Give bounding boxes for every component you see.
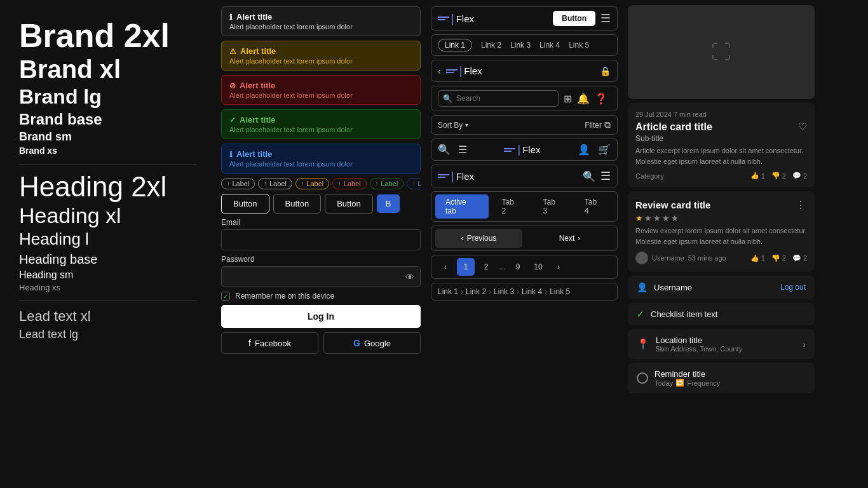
lock-icon: 🔒 <box>600 66 611 76</box>
login-button[interactable]: Log In <box>221 305 421 328</box>
breadcrumb-link-2[interactable]: Link 2 <box>466 287 486 296</box>
button-blue[interactable]: B <box>377 194 400 213</box>
button-ghost[interactable]: Button <box>325 194 373 214</box>
sort-chevron-icon[interactable]: ▾ <box>465 121 468 128</box>
alert-danger-body: Alert placeholder text lorem ipsum dolor <box>229 92 412 99</box>
links-bar: Link 1 Link 2 Link 3 Link 4 Link 5 <box>431 34 618 56</box>
person-icon[interactable]: 👤 <box>578 144 590 156</box>
logo-lines-4 <box>438 174 449 178</box>
logo-line-6 <box>504 151 512 152</box>
nav-button-1[interactable]: Button <box>553 11 595 26</box>
logo-lines-2 <box>446 69 458 73</box>
alert-default: ℹ Alert title Alert placeholder text lor… <box>221 6 421 36</box>
search-icon-2[interactable]: 🔍 <box>438 144 451 156</box>
social-row: f Facebook G Google <box>221 332 421 354</box>
help-icon[interactable]: ❓ <box>595 93 607 105</box>
danger-icon: ⊘ <box>229 81 236 90</box>
tab-2[interactable]: Tab 2 <box>491 194 530 219</box>
page-ellipsis: ... <box>498 262 506 271</box>
label-chip-amber[interactable]: ↑Label <box>295 178 329 189</box>
article-category: Category <box>635 172 664 180</box>
pagination-prev-btn[interactable]: ‹ <box>437 258 454 276</box>
label-chip-default-1[interactable]: ↑Label <box>221 178 255 189</box>
review-dislike[interactable]: 👎 2 <box>771 254 786 262</box>
logo-line-1 <box>438 17 449 18</box>
label-chip-blue[interactable]: ↑L <box>407 178 421 189</box>
heart-icon[interactable]: ♡ <box>798 121 807 133</box>
logo-separator-2: | <box>459 64 463 78</box>
alert-danger: ⊘ Alert title Alert placeholder text lor… <box>221 75 421 105</box>
breadcrumb-link-1[interactable]: Link 1 <box>438 287 458 296</box>
menu-icon[interactable]: ☰ <box>458 144 467 156</box>
button-filled[interactable]: Button <box>273 194 322 214</box>
password-input[interactable] <box>221 266 421 287</box>
facebook-icon: f <box>248 338 251 348</box>
page-btn-9[interactable]: 9 <box>509 258 527 276</box>
logo-sep-3: | <box>517 143 520 156</box>
more-options-icon[interactable]: ⋮ <box>796 199 807 211</box>
nav-link-3[interactable]: Link 3 <box>510 41 531 50</box>
heading-2xl: Heading 2xl <box>19 171 197 203</box>
search-input[interactable] <box>438 90 559 107</box>
label-chip-default-2[interactable]: ↑Label <box>258 178 292 189</box>
hamburger-icon[interactable]: ☰ <box>600 11 611 25</box>
google-button[interactable]: G Google <box>323 332 421 354</box>
search-wrapper: 🔍 <box>438 90 559 107</box>
like-reaction[interactable]: 👍 1 <box>750 172 765 180</box>
article-footer: Category 👍 1 👎 2 💬 2 <box>635 172 807 180</box>
dislike-reaction[interactable]: 👎 2 <box>771 172 786 180</box>
cart-icon[interactable]: 🛒 <box>598 144 611 156</box>
review-card: Review card title ⋮ ★ ★ ★ ★ ★ Review exc… <box>628 191 815 272</box>
tab-4[interactable]: Tab 4 <box>574 194 613 219</box>
heading-xs: Heading xs <box>19 282 197 294</box>
nav-link-1[interactable]: Link 1 <box>438 39 472 51</box>
comment-reaction[interactable]: 💬 2 <box>792 172 807 180</box>
page-btn-1[interactable]: 1 <box>457 258 475 276</box>
label-chip-red[interactable]: ↑Label <box>332 178 366 189</box>
breadcrumb-link-4[interactable]: Link 4 <box>522 287 542 296</box>
alert-warning-title: Alert title <box>240 46 276 56</box>
nav-link-4[interactable]: Link 4 <box>539 41 560 50</box>
tab-3[interactable]: Tab 3 <box>533 194 572 219</box>
logo-line-3 <box>446 69 458 71</box>
remember-checkbox[interactable]: ✓ <box>221 292 230 301</box>
add-icon[interactable]: ⊞ <box>564 93 572 105</box>
toggle-password-icon[interactable]: 👁 <box>405 272 414 282</box>
alert-default-title: Alert title <box>236 12 272 22</box>
username-label: Username <box>654 283 774 292</box>
star-2: ★ <box>644 214 652 223</box>
checklist-row: ✓ Checklist item text <box>628 302 815 325</box>
page-btn-2[interactable]: 2 <box>477 258 495 276</box>
pagination-next-btn[interactable]: › <box>550 258 567 276</box>
label-chip-green[interactable]: ↑Label <box>370 178 403 189</box>
button-outline[interactable]: Button <box>221 194 269 214</box>
bell-icon[interactable]: 🔔 <box>577 93 590 105</box>
review-excerpt: Review excerpt lorem ipsum dolor sit ame… <box>635 226 807 247</box>
nav-logo-text-3: Flex <box>522 144 540 155</box>
nav-link-2[interactable]: Link 2 <box>481 41 501 50</box>
alert-success-title: Alert title <box>240 115 275 125</box>
review-comment[interactable]: 💬 2 <box>792 254 807 262</box>
breadcrumb-link-5[interactable]: Link 5 <box>550 287 570 296</box>
filter-icon[interactable]: ⧉ <box>604 119 611 130</box>
previous-button[interactable]: ‹ Previous <box>435 229 522 248</box>
email-input[interactable] <box>221 229 421 250</box>
chevron-right-icon[interactable]: › <box>803 339 806 349</box>
hamburger-icon-2[interactable]: ☰ <box>600 169 611 183</box>
next-button[interactable]: Next › <box>526 229 613 248</box>
alert-success: ✓ Alert title Alert placeholder text lor… <box>221 109 421 139</box>
tab-active[interactable]: Active tab <box>435 194 489 219</box>
page-btn-10[interactable]: 10 <box>529 258 547 276</box>
review-like[interactable]: 👍 1 <box>750 254 765 262</box>
prev-next-bar: ‹ Previous Next › <box>431 226 618 251</box>
brand-xl: Brand xl <box>19 54 197 85</box>
nav-link-5[interactable]: Link 5 <box>569 41 589 50</box>
sort-filter-bar: Sort By ▾ Filter ⧉ <box>431 115 618 135</box>
facebook-button[interactable]: f Facebook <box>221 332 318 354</box>
logout-button[interactable]: Log out <box>780 283 806 292</box>
back-icon[interactable]: ‹ <box>438 66 441 76</box>
search-icon-3[interactable]: 🔍 <box>583 170 595 182</box>
star-1: ★ <box>635 214 643 223</box>
breadcrumb-link-3[interactable]: Link 3 <box>494 287 514 296</box>
tabs-bar: Active tab Tab 2 Tab 3 Tab 4 <box>431 191 618 222</box>
